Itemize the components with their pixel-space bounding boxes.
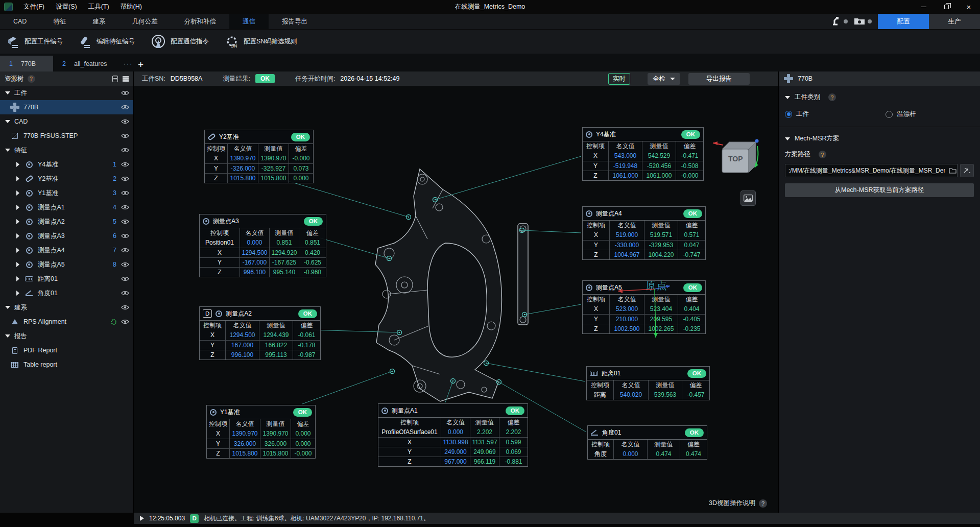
tree-group-row[interactable]: CAD [0, 114, 133, 129]
help-icon[interactable]: ? [828, 93, 836, 101]
tree-item-row[interactable]: 测量点A5 8 [0, 257, 133, 272]
expand-caret-icon[interactable] [16, 248, 19, 253]
menu-item[interactable]: 工具(T) [83, 3, 115, 11]
tree-item-row[interactable]: 770B [0, 100, 133, 114]
tree-item-row[interactable]: RPS Alignment [0, 315, 133, 329]
tree-group-row[interactable]: 建系 [0, 300, 133, 315]
expand-caret-icon[interactable] [16, 233, 19, 238]
visibility-eye-icon[interactable] [121, 161, 129, 167]
help-icon[interactable]: ? [759, 499, 767, 508]
expand-caret-icon[interactable] [16, 291, 19, 296]
ribbon-tab[interactable]: 建系 [79, 14, 118, 29]
close-button[interactable]: × [958, 0, 980, 14]
solution-path-input[interactable] [785, 164, 958, 177]
collapse-caret-icon[interactable] [785, 96, 790, 99]
export-report-button[interactable]: 导出报告 [688, 73, 750, 85]
tree-item-row[interactable]: 测量点A2 5 [0, 214, 133, 229]
ribbon-tab[interactable]: 特征 [40, 14, 79, 29]
tree-item-row[interactable]: Y4基准 1 [0, 157, 133, 172]
browse-path-button[interactable] [960, 164, 974, 177]
document-tab[interactable]: 2 all_features [53, 56, 116, 71]
collapse-caret-icon[interactable] [5, 306, 10, 309]
visibility-eye-icon[interactable] [121, 133, 129, 139]
ribbon-tab[interactable]: 分析和补偿 [171, 14, 229, 29]
ribbon-tab[interactable]: 几何公差 [118, 14, 171, 29]
production-mode-button[interactable]: 生产 [929, 14, 980, 29]
collapse-caret-icon[interactable] [5, 91, 10, 94]
visibility-eye-icon[interactable] [121, 118, 129, 125]
layers-icon[interactable] [123, 76, 129, 78]
tree-item-row[interactable]: Y2基准 2 [0, 172, 133, 186]
ribbon-tab[interactable]: 报告导出 [269, 14, 321, 29]
ribbon-tab[interactable]: CAD [0, 14, 40, 29]
tree-item-row[interactable]: 测量点A3 6 [0, 229, 133, 243]
folder-icon[interactable] [949, 167, 957, 174]
minimize-button[interactable] [913, 0, 935, 14]
tree-item-row[interactable]: 测量点A4 7 [0, 243, 133, 257]
expand-caret-icon[interactable] [16, 190, 19, 196]
radio-icon[interactable] [785, 111, 792, 118]
realtime-toggle[interactable]: 实时 [608, 73, 630, 85]
config-mode-button[interactable]: 配置 [878, 14, 929, 29]
msr-section-header[interactable]: Mech-MSR方案 [779, 134, 980, 143]
viewport-3d[interactable]: Y2基准 OK 控制项名义值测量值偏差 [134, 86, 778, 513]
edit-feature-number-button[interactable]: 编辑特征编号 [78, 35, 135, 49]
visibility-eye-icon[interactable] [121, 276, 129, 282]
tree-item-row[interactable]: 770B FrSUS.STEP [0, 129, 133, 143]
configure-sn-filter-button[interactable]: SN 配置SN码筛选规则 [224, 34, 297, 50]
radio-icon[interactable] [886, 111, 893, 118]
form-view-icon[interactable] [112, 76, 118, 82]
collapse-caret-icon[interactable] [785, 137, 790, 140]
help-icon[interactable]: ? [28, 75, 35, 83]
visibility-eye-icon[interactable] [121, 290, 129, 296]
visibility-eye-icon[interactable] [121, 233, 129, 239]
expand-caret-icon[interactable] [16, 276, 19, 281]
view-cube[interactable]: TOP [710, 135, 761, 182]
expand-caret-icon[interactable] [16, 262, 19, 267]
visibility-eye-icon[interactable] [121, 190, 129, 196]
collapse-caret-icon[interactable] [5, 334, 10, 338]
category-section-header[interactable]: 工件类别 ? [779, 93, 980, 102]
play-icon[interactable] [140, 516, 144, 521]
tree-group-row[interactable]: 报告 [0, 329, 133, 343]
document-tab[interactable]: 1 770B [0, 56, 53, 71]
tree-group-row[interactable]: 特征 [0, 143, 133, 157]
help-icon[interactable]: ? [819, 151, 826, 158]
visibility-eye-icon[interactable] [121, 104, 129, 110]
visibility-eye-icon[interactable] [121, 304, 129, 310]
expand-caret-icon[interactable] [16, 162, 19, 167]
menu-item[interactable]: 设置(S) [50, 3, 83, 11]
add-tab-button[interactable]: + [138, 60, 144, 69]
inspect-mode-dropdown[interactable]: 全检 [648, 73, 680, 85]
tree-item-row[interactable]: PDF Report [0, 343, 133, 357]
category-radio[interactable]: 工件 [785, 110, 809, 118]
maximize-button[interactable] [935, 0, 958, 14]
get-msr-path-button[interactable]: 从Mech-MSR获取当前方案路径 [785, 183, 974, 197]
more-tabs-button[interactable]: ··· [124, 60, 133, 67]
collapse-caret-icon[interactable] [5, 120, 10, 123]
snapshot-image-button[interactable] [740, 190, 756, 206]
ribbon-tab[interactable]: 通信 [229, 14, 269, 29]
visibility-eye-icon[interactable] [121, 261, 129, 268]
category-radio[interactable]: 温漂杆 [886, 110, 916, 118]
collapse-caret-icon[interactable] [5, 149, 10, 152]
menu-item[interactable]: 文件(F) [18, 3, 50, 11]
expand-caret-icon[interactable] [16, 219, 19, 224]
menu-item[interactable]: 帮助(H) [115, 3, 148, 11]
tree-item-row[interactable]: 测量点A1 4 [0, 200, 133, 214]
configure-comm-command-button[interactable]: 配置通信指令 [150, 34, 209, 50]
expand-caret-icon[interactable] [16, 176, 19, 181]
visibility-eye-icon[interactable] [121, 319, 129, 325]
tree-item-row[interactable]: 角度01 [0, 286, 133, 300]
configure-part-number-button[interactable]: 配置工件编号 [6, 35, 63, 49]
tree-group-row[interactable]: 工件 [0, 86, 133, 100]
visibility-eye-icon[interactable] [121, 176, 129, 182]
visibility-eye-icon[interactable] [121, 219, 129, 225]
expand-caret-icon[interactable] [16, 205, 19, 210]
visibility-eye-icon[interactable] [121, 147, 129, 153]
visibility-eye-icon[interactable] [121, 247, 129, 253]
tree-item-row[interactable]: Table report [0, 357, 133, 372]
tree-item-row[interactable]: 距离01 [0, 272, 133, 286]
visibility-eye-icon[interactable] [121, 204, 129, 210]
tree-item-row[interactable]: Y1基准 3 [0, 186, 133, 200]
